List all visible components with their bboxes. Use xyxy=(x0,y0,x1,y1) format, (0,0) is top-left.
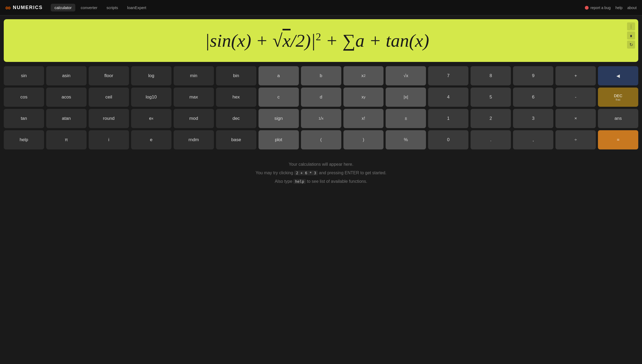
key-2[interactable]: 2 xyxy=(471,109,511,128)
key-backspace[interactable]: ◀ xyxy=(598,66,638,85)
key-a[interactable]: a xyxy=(259,66,299,85)
display-ctrl-refresh[interactable]: ↻ xyxy=(627,41,635,49)
navbar: ∞ NUMERICS calculator converter scripts … xyxy=(0,0,642,15)
output-line2-post: and pressing ENTER to get started. xyxy=(318,171,386,175)
display-ctrl-menu[interactable]: ⋮ xyxy=(627,22,635,30)
key-e[interactable]: e xyxy=(131,130,171,149)
key-acos[interactable]: acos xyxy=(46,88,87,107)
key-x2[interactable]: x 2 xyxy=(343,66,384,85)
app-logo[interactable]: ∞ NUMERICS xyxy=(5,3,43,12)
output-line3: Also type help to see list of available … xyxy=(5,177,637,186)
display-ctrl-grid[interactable]: ∎ xyxy=(627,31,635,39)
report-bug-icon xyxy=(585,6,589,10)
display-controls: ⋮ ∎ ↻ xyxy=(627,22,635,49)
key-mod[interactable]: mod xyxy=(174,109,214,128)
key-dec-frac[interactable]: DEC frac xyxy=(598,88,638,107)
key-0[interactable]: 0 xyxy=(428,130,468,149)
key-plot[interactable]: plot xyxy=(259,130,299,149)
key-3[interactable]: 3 xyxy=(513,109,553,128)
key-inv[interactable]: 1/x xyxy=(301,109,341,128)
output-line2-pre: You may try clicking xyxy=(256,171,294,175)
help-link[interactable]: help xyxy=(615,6,622,10)
key-dec-label: DEC xyxy=(614,93,623,98)
key-pi[interactable]: π xyxy=(46,130,87,149)
report-bug-label: report a bug xyxy=(590,6,611,10)
key-minus[interactable]: - xyxy=(555,88,596,107)
key-plus[interactable]: + xyxy=(555,66,596,85)
output-line1: Your calculations will appear here. xyxy=(5,160,637,169)
key-sin[interactable]: sin xyxy=(4,66,44,85)
key-percent[interactable]: % xyxy=(386,130,426,149)
key-7[interactable]: 7 xyxy=(428,66,468,85)
key-dec[interactable]: dec xyxy=(216,109,256,128)
key-row-3: tan atan round e x mod dec sign 1/x x! ±… xyxy=(4,109,638,128)
key-plusminus[interactable]: ± xyxy=(386,109,426,128)
key-dot[interactable]: . xyxy=(471,130,511,149)
key-ex[interactable]: e x xyxy=(131,109,171,128)
key-ans[interactable]: ans xyxy=(598,109,638,128)
key-hex[interactable]: hex xyxy=(216,88,256,107)
key-8[interactable]: 8 xyxy=(471,66,511,85)
key-ceil[interactable]: ceil xyxy=(89,88,129,107)
nav-item-converter[interactable]: converter xyxy=(77,4,101,11)
display-formula: |sin(x) + √x/2)|2 + ∑a + tan(x) xyxy=(205,31,429,51)
key-round[interactable]: round xyxy=(89,109,129,128)
key-tan[interactable]: tan xyxy=(4,109,44,128)
key-5[interactable]: 5 xyxy=(471,88,511,107)
key-divide[interactable]: ÷ xyxy=(555,130,596,149)
key-lparen[interactable]: ( xyxy=(301,130,341,149)
logo-text: NUMERICS xyxy=(13,5,43,10)
key-atan[interactable]: atan xyxy=(46,109,87,128)
key-row-1: sin asin floor log min bin a b x 2 √x 7 … xyxy=(4,66,638,85)
key-log10[interactable]: log10 xyxy=(131,88,171,107)
key-b[interactable]: b xyxy=(301,66,341,85)
key-1[interactable]: 1 xyxy=(428,109,468,128)
report-bug-button[interactable]: report a bug xyxy=(585,6,611,10)
output-line2: You may try clicking 2 + 6 * 3 and press… xyxy=(5,169,637,177)
key-floor[interactable]: floor xyxy=(89,66,129,85)
key-equals[interactable]: = xyxy=(598,130,638,149)
key-help[interactable]: help xyxy=(4,130,44,149)
key-6[interactable]: 6 xyxy=(513,88,553,107)
key-rparen[interactable]: ) xyxy=(343,130,384,149)
output-line3-pre: Also type xyxy=(275,179,293,184)
key-base[interactable]: base xyxy=(216,130,256,149)
output-example-code: 2 + 6 * 3 xyxy=(294,171,318,175)
navbar-right: report a bug help about xyxy=(585,6,637,10)
key-log[interactable]: log xyxy=(131,66,171,85)
key-sign[interactable]: sign xyxy=(259,109,299,128)
output-help-code: help xyxy=(293,179,306,184)
nav-item-loanexpert[interactable]: loanExpert xyxy=(123,4,150,11)
key-comma[interactable]: , xyxy=(513,130,553,149)
output-area: Your calculations will appear here. You … xyxy=(0,152,642,194)
key-sqrt[interactable]: √x xyxy=(386,66,426,85)
key-i[interactable]: i xyxy=(89,130,129,149)
key-min[interactable]: min xyxy=(174,66,214,85)
key-xy[interactable]: x y xyxy=(343,88,384,107)
logo-icon: ∞ xyxy=(5,3,10,12)
key-max[interactable]: max xyxy=(174,88,214,107)
nav-menu: calculator converter scripts loanExpert xyxy=(51,4,585,11)
key-cos[interactable]: cos xyxy=(4,88,44,107)
key-9[interactable]: 9 xyxy=(513,66,553,85)
nav-item-calculator[interactable]: calculator xyxy=(51,4,75,11)
output-line3-post: to see list of available functions. xyxy=(306,179,367,184)
key-factorial[interactable]: x! xyxy=(343,109,384,128)
keyboard-area: sin asin floor log min bin a b x 2 √x 7 … xyxy=(0,62,642,152)
key-asin[interactable]: asin xyxy=(46,66,87,85)
key-row-2: cos acos ceil log10 max hex c d x y |x| … xyxy=(4,88,638,107)
key-abs[interactable]: |x| xyxy=(386,88,426,107)
key-bin[interactable]: bin xyxy=(216,66,256,85)
about-link[interactable]: about xyxy=(627,6,637,10)
key-rndm[interactable]: rndm xyxy=(174,130,214,149)
nav-item-scripts[interactable]: scripts xyxy=(103,4,122,11)
key-d[interactable]: d xyxy=(301,88,341,107)
key-c[interactable]: c xyxy=(259,88,299,107)
calculator-display: |sin(x) + √x/2)|2 + ∑a + tan(x) ⋮ ∎ ↻ xyxy=(4,19,638,62)
key-row-4: help π i e rndm base plot ( ) % 0 . , ÷ … xyxy=(4,130,638,149)
key-multiply[interactable]: × xyxy=(555,109,596,128)
key-4[interactable]: 4 xyxy=(428,88,468,107)
key-frac-label: frac xyxy=(616,98,620,101)
